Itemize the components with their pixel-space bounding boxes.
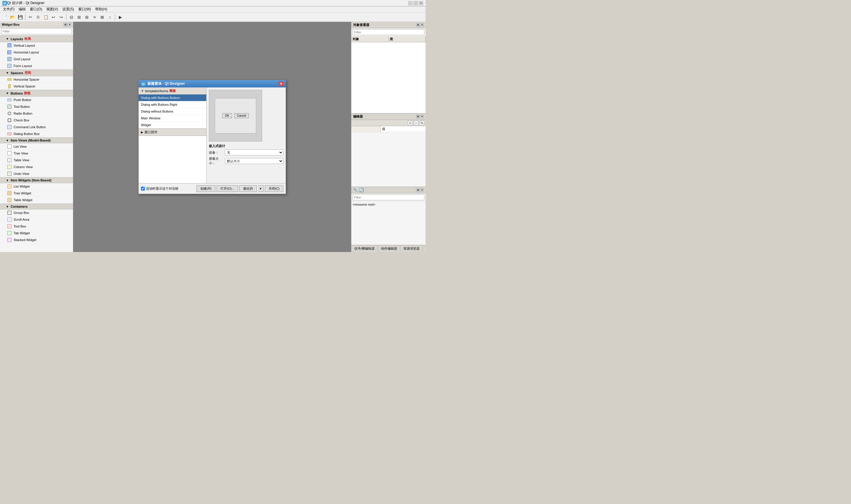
menu-bar: 文件(F) 编辑 窗口(O) 视图(V) 设置(S) 窗口(W) 帮助(H) bbox=[0, 6, 426, 13]
dialog-widget-header[interactable]: ▶ 窗口部件 bbox=[139, 128, 206, 136]
undo-button[interactable]: ↩ bbox=[50, 14, 57, 21]
canvas-area[interactable]: Qt 新建窗体 - Qt Designer ✕ ▼ templates\form… bbox=[73, 22, 351, 252]
adjust-button[interactable]: ↕ bbox=[106, 14, 113, 21]
scroll-area-icon bbox=[7, 217, 12, 222]
resource-browser-float-btn[interactable]: ⊟ bbox=[416, 188, 420, 192]
layout-grid-button[interactable]: ⊞ bbox=[83, 14, 90, 21]
device-select[interactable]: 无 bbox=[225, 149, 283, 156]
edit-prop-btn[interactable]: ✎ bbox=[420, 121, 424, 125]
item-table-view[interactable]: Table View bbox=[0, 157, 73, 164]
startup-checkbox-row: 启动时显示这个对话框 bbox=[141, 186, 197, 191]
group-box-label: Group Box bbox=[14, 211, 29, 215]
menu-settings[interactable]: 设置(S) bbox=[60, 6, 76, 13]
item-undo-view[interactable]: Undo View bbox=[0, 170, 73, 177]
item-command-link-button[interactable]: Command Link Button bbox=[0, 124, 73, 130]
menu-edit[interactable]: 编辑 bbox=[17, 6, 28, 13]
resource-filter-input[interactable] bbox=[352, 194, 424, 200]
item-grid-layout[interactable]: Grid Layout bbox=[0, 56, 73, 62]
tab-signal-slot[interactable]: 信号/槽编辑器 bbox=[351, 246, 378, 252]
item-table-widget[interactable]: Table Widget bbox=[0, 197, 73, 203]
recent-button[interactable]: 最近的 bbox=[239, 185, 257, 192]
object-inspector-body bbox=[351, 42, 426, 113]
property-editor-float-btn[interactable]: ⊟ bbox=[416, 115, 420, 119]
menu-window2[interactable]: 窗口(W) bbox=[76, 6, 93, 13]
item-check-box[interactable]: Check Box bbox=[0, 117, 73, 124]
menu-view[interactable]: 视图(V) bbox=[44, 6, 60, 13]
item-form-layout[interactable]: Form Layout bbox=[0, 62, 73, 69]
item-list-view[interactable]: List View bbox=[0, 143, 73, 150]
dialog-close-button[interactable]: ✕ bbox=[279, 82, 283, 86]
item-push-button[interactable]: Push Button bbox=[0, 96, 73, 103]
object-filter-input[interactable] bbox=[352, 29, 424, 35]
category-item-views[interactable]: ▼ Item Views (Model-Based) bbox=[0, 137, 73, 143]
item-group-box[interactable]: Group Box bbox=[0, 210, 73, 216]
grid-layout-icon bbox=[7, 57, 12, 61]
scroll-area-label: Scroll Area bbox=[14, 218, 29, 221]
resource-browser-close-btn[interactable]: ✕ bbox=[420, 188, 424, 192]
item-radio-button[interactable]: Radio Button bbox=[0, 110, 73, 117]
mode-button[interactable]: ▶ bbox=[117, 14, 124, 21]
property-editor-close-btn[interactable]: ✕ bbox=[420, 115, 424, 119]
recent-dropdown-button[interactable]: ▼ bbox=[258, 185, 264, 192]
screen-size-select[interactable]: 默认大小 bbox=[225, 158, 283, 164]
open-button[interactable]: 📂 bbox=[9, 14, 16, 21]
dialog-item-1[interactable]: Dialog with Buttons Right bbox=[139, 101, 206, 108]
category-buttons[interactable]: ▼ Buttons 按钮 bbox=[0, 90, 73, 96]
category-item-widgets[interactable]: ▼ Item Widgets (Item-Based) bbox=[0, 177, 73, 183]
item-vertical-layout[interactable]: Vertical Layout bbox=[0, 42, 73, 49]
widget-box-close-btn[interactable]: ✕ bbox=[68, 23, 71, 26]
dialog-item-0[interactable]: Dialog with Buttons Bottom bbox=[139, 94, 206, 101]
object-inspector-float-btn[interactable]: ⊟ bbox=[416, 23, 420, 27]
close-button[interactable]: ✕ bbox=[419, 1, 423, 5]
paste-button[interactable]: 📋 bbox=[42, 14, 49, 21]
remove-prop-btn[interactable]: − bbox=[414, 121, 418, 125]
buttons-label: Buttons bbox=[11, 92, 23, 95]
item-stacked-widget[interactable]: Stacked Widget bbox=[0, 237, 73, 244]
close-button[interactable]: 关闭(C) bbox=[265, 185, 283, 192]
menu-help[interactable]: 帮助(H) bbox=[93, 6, 109, 13]
item-tab-widget[interactable]: Tab Widget bbox=[0, 230, 73, 237]
category-layouts[interactable]: ▼ Layouts 布局 bbox=[0, 35, 73, 42]
cut-button[interactable]: ✂ bbox=[27, 14, 34, 21]
tab-resource-browser[interactable]: 资源浏览器 bbox=[400, 246, 423, 252]
maximize-button[interactable]: □ bbox=[414, 1, 418, 5]
redo-button[interactable]: ↪ bbox=[58, 14, 65, 21]
dialog-item-4[interactable]: Widget bbox=[139, 122, 206, 128]
item-tree-widget[interactable]: Tree Widget bbox=[0, 190, 73, 197]
layout-v-button[interactable]: ⊟ bbox=[68, 14, 75, 21]
category-spacers[interactable]: ▼ Spacers 空间 bbox=[0, 69, 73, 76]
save-button[interactable]: 💾 bbox=[17, 14, 24, 21]
item-tool-box[interactable]: Tool Box bbox=[0, 223, 73, 230]
break-layout-button[interactable]: ⊠ bbox=[99, 14, 106, 21]
item-tree-view[interactable]: Tree View bbox=[0, 150, 73, 157]
dialog-item-3[interactable]: Main Window bbox=[139, 115, 206, 122]
item-horizontal-layout[interactable]: Horizontal Layout bbox=[0, 49, 73, 56]
widget-box-float-btn[interactable]: ⊟ bbox=[64, 23, 67, 26]
item-scroll-area[interactable]: Scroll Area bbox=[0, 216, 73, 223]
tab-action-editor[interactable]: 动作编辑器 bbox=[378, 246, 400, 252]
object-inspector-close-btn[interactable]: ✕ bbox=[420, 23, 424, 27]
dialog-item-2[interactable]: Dialog without Buttons bbox=[139, 108, 206, 115]
add-prop-btn[interactable]: + bbox=[408, 121, 413, 125]
dialog-template-header[interactable]: ▼ templates\forms 模板 bbox=[139, 87, 206, 94]
category-containers[interactable]: ▼ Containers bbox=[0, 203, 73, 210]
startup-checkbox[interactable] bbox=[141, 187, 145, 191]
layout-form-button[interactable]: ≡ bbox=[91, 14, 98, 21]
minimize-button[interactable]: ─ bbox=[409, 1, 413, 5]
template-section-label: templates\forms bbox=[145, 89, 168, 93]
create-button[interactable]: 创建(R) bbox=[197, 185, 215, 192]
copy-button[interactable]: ⎘ bbox=[35, 14, 42, 21]
widget-filter-input[interactable] bbox=[1, 29, 72, 34]
item-dialog-button-box[interactable]: Dialog Button Box bbox=[0, 130, 73, 137]
item-column-view[interactable]: Column View bbox=[0, 164, 73, 170]
item-list-widget[interactable]: List Widget bbox=[0, 183, 73, 190]
open-button[interactable]: 打开(O)... bbox=[217, 185, 238, 192]
menu-window[interactable]: 窗口(O) bbox=[28, 6, 44, 13]
item-horizontal-spacer[interactable]: Horizontal Spacer bbox=[0, 76, 73, 83]
new-button[interactable]: 📄 bbox=[1, 14, 8, 21]
vertical-layout-label: Vertical Layout bbox=[14, 44, 35, 47]
layout-h-button[interactable]: ⊞ bbox=[76, 14, 83, 21]
menu-file[interactable]: 文件(F) bbox=[1, 6, 16, 13]
item-vertical-spacer[interactable]: Vertical Spacer bbox=[0, 83, 73, 90]
item-tool-button[interactable]: Tool Button bbox=[0, 103, 73, 110]
